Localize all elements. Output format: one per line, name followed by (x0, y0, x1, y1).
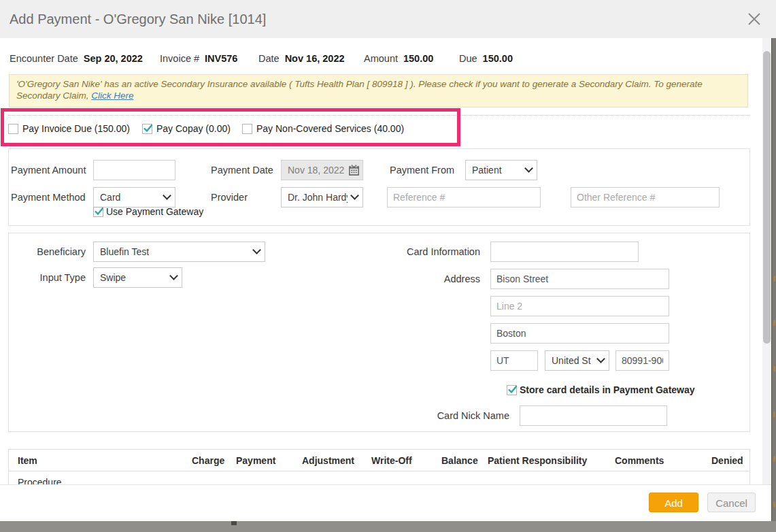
provider-select[interactable]: Dr. John Hardy (281, 187, 363, 207)
card-information-input[interactable] (490, 242, 639, 262)
summary-due: Due150.00 (459, 53, 513, 64)
country-select[interactable]: United St (545, 350, 609, 371)
input-type-label: Input Type (9, 272, 86, 283)
chevron-down-icon (526, 165, 532, 171)
col-payment: Payment (236, 455, 275, 466)
close-icon[interactable] (745, 10, 764, 29)
card-nick-name-input[interactable] (520, 405, 667, 426)
use-payment-gateway-checkbox[interactable] (93, 207, 103, 217)
chevron-down-icon (254, 247, 260, 253)
add-button[interactable]: Add (649, 493, 698, 512)
pay-copay-checkbox[interactable] (142, 124, 152, 134)
page-bottom-strip (0, 521, 776, 532)
store-card-label: Store card details in Payment Gateway (520, 384, 695, 395)
pay-non-covered-option: Pay Non-Covered Services (40.00) (242, 122, 404, 135)
chevron-down-icon (598, 356, 604, 362)
address-label: Address (335, 273, 480, 284)
scrollbar-track[interactable] (762, 38, 771, 484)
other-reference-number-input[interactable] (571, 187, 720, 207)
payment-date-field: Nov 18, 2022 (281, 160, 363, 180)
city-input[interactable] (490, 323, 669, 344)
payment-from-label: Payment From (390, 165, 454, 176)
items-table: Item Charge Payment Adjustment Write-Off… (8, 449, 750, 484)
col-balance: Balance (441, 455, 478, 466)
summary-amount: Amount150.00 (364, 53, 433, 64)
chevron-down-icon (164, 193, 170, 199)
store-card-checkbox[interactable] (507, 385, 517, 395)
payment-details-section: Payment Amount Payment Date Nov 18, 2022… (8, 148, 750, 226)
modal-title: Add Payment - O'Gregory San Nike [1014] (10, 0, 266, 38)
modal-header: Add Payment - O'Gregory San Nike [1014] (0, 0, 776, 38)
pay-non-covered-label: Pay Non-Covered Services (40.00) (256, 123, 404, 134)
card-nick-name-label: Card Nick Name (365, 410, 509, 421)
col-charge: Charge (192, 455, 224, 466)
state-input[interactable] (490, 350, 538, 371)
chevron-down-icon (171, 273, 177, 279)
input-type-select[interactable]: Swipe (93, 267, 182, 288)
col-item: Item (18, 455, 37, 466)
content-divider (0, 484, 771, 485)
provider-label: Provider (211, 192, 248, 203)
zip-input[interactable] (615, 350, 669, 371)
summary-date: DateNov 16, 2022 (258, 53, 345, 64)
chevron-down-icon (352, 193, 358, 199)
use-payment-gateway-option: Use Payment Gateway (93, 205, 203, 218)
use-payment-gateway-label: Use Payment Gateway (106, 206, 203, 217)
cancel-button[interactable]: Cancel (707, 493, 756, 512)
col-write-off: Write-Off (371, 455, 412, 466)
pay-invoice-due-checkbox[interactable] (8, 124, 18, 134)
col-denied: Denied (711, 455, 743, 466)
pay-non-covered-checkbox[interactable] (242, 124, 252, 134)
items-table-header: Item Charge Payment Adjustment Write-Off… (9, 450, 749, 471)
pay-copay-option: Pay Copay (0.00) (142, 122, 231, 135)
summary-invoice-number: Invoice #INV576 (160, 53, 237, 64)
payment-method-select[interactable]: Card (93, 187, 175, 207)
payment-date-label: Payment Date (211, 165, 273, 176)
payment-method-label: Payment Method (11, 192, 86, 203)
beneficiary-select[interactable]: Bluefin Test (93, 242, 265, 262)
calendar-icon[interactable] (345, 161, 362, 180)
pay-invoice-due-label: Pay Invoice Due (150.00) (22, 123, 130, 134)
col-patient-responsibility: Patient Responsibility (488, 455, 587, 466)
pay-invoice-due-option: Pay Invoice Due (150.00) (8, 122, 130, 135)
secondary-insurance-alert: 'O'Gregory San Nike' has an active Secon… (9, 74, 748, 107)
click-here-link[interactable]: Click Here (91, 90, 133, 101)
card-information-label: Card Information (335, 246, 480, 257)
reference-number-input[interactable] (387, 187, 541, 207)
summary-encounter-date: Encounter DateSep 20, 2022 (10, 53, 143, 64)
address-line1-input[interactable] (490, 269, 669, 289)
store-card-option: Store card details in Payment Gateway (507, 384, 695, 396)
page-edge-strip (771, 38, 776, 532)
payment-amount-input[interactable] (93, 160, 175, 180)
scrollbar-thumb[interactable] (763, 51, 771, 344)
payment-from-select[interactable]: Patient (465, 160, 537, 180)
payment-amount-label: Payment Amount (11, 165, 86, 176)
table-row: Procedure (9, 471, 749, 484)
col-adjustment: Adjustment (302, 455, 354, 466)
address-line2-input[interactable] (490, 296, 669, 316)
card-details-section: Beneficiary Bluefin Test Input Type Swip… (8, 233, 750, 432)
dotted-separator (8, 115, 750, 116)
payment-date-value: Nov 18, 2022 (282, 165, 345, 176)
col-comments: Comments (615, 455, 664, 466)
pay-copay-label: Pay Copay (0.00) (156, 123, 231, 134)
beneficiary-label: Beneficiary (9, 246, 86, 257)
